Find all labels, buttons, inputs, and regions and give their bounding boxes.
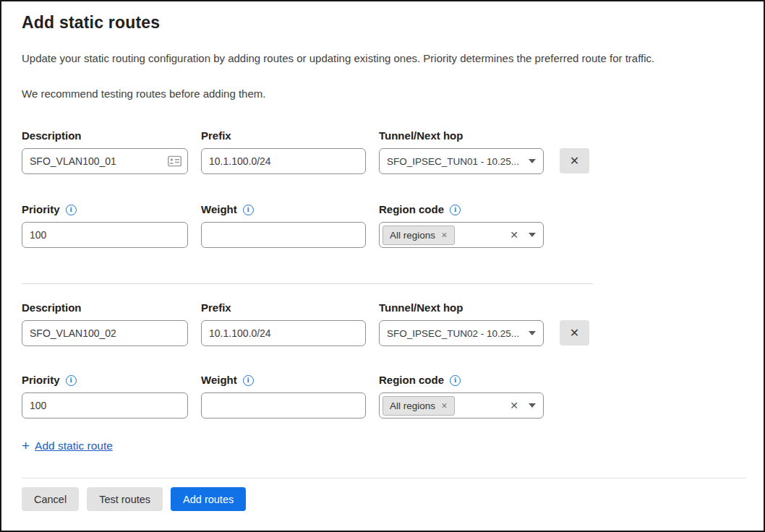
cancel-button[interactable]: Cancel	[22, 487, 79, 511]
region-code-label-text: Region code	[379, 202, 444, 217]
remove-chip-icon[interactable]: ✕	[441, 401, 448, 410]
description-label: Description	[22, 129, 188, 143]
add-static-route-link[interactable]: Add static route	[35, 439, 113, 452]
priority-label: Priority i	[22, 202, 188, 217]
weight-input[interactable]	[201, 222, 366, 248]
footer-actions: Cancel Test routes Add routes	[22, 487, 743, 511]
close-icon: ✕	[570, 326, 579, 340]
region-chip: All regions ✕	[382, 226, 455, 245]
chevron-down-icon	[529, 159, 536, 163]
region-code-select[interactable]: All regions ✕ ✕	[379, 392, 544, 419]
info-icon[interactable]: i	[450, 205, 461, 215]
remove-route-button[interactable]: ✕	[560, 148, 589, 173]
tunnel-selected-value: SFO_IPSEC_TUN02 - 10.25...	[387, 328, 523, 339]
region-code-label: Region code i	[379, 202, 544, 217]
close-icon: ✕	[570, 154, 579, 168]
region-chip-label: All regions	[390, 400, 435, 411]
remove-chip-icon[interactable]: ✕	[441, 231, 448, 239]
prefix-label: Prefix	[201, 301, 366, 315]
tunnel-next-hop-select[interactable]: SFO_IPSEC_TUN02 - 10.25...	[379, 320, 544, 346]
chevron-down-icon	[529, 403, 536, 408]
prefix-input[interactable]	[201, 320, 366, 346]
page-title: Add static routes	[22, 12, 743, 33]
info-icon[interactable]: i	[66, 205, 77, 215]
info-icon[interactable]: i	[243, 375, 254, 386]
chevron-down-icon	[529, 233, 536, 237]
prefix-label: Prefix	[201, 129, 366, 143]
weight-label: Weight i	[201, 202, 366, 217]
add-routes-button[interactable]: Add routes	[171, 487, 246, 511]
route-group-2: Description Prefix Tunnel/Next hop SFO_I…	[22, 301, 743, 419]
region-code-label: Region code i	[379, 373, 544, 387]
info-icon[interactable]: i	[66, 375, 77, 386]
remove-route-button[interactable]: ✕	[560, 320, 589, 346]
dialog-description: Update your static routing configuration…	[22, 51, 743, 66]
description-input[interactable]	[22, 148, 188, 174]
priority-label-text: Priority	[22, 373, 60, 387]
clear-selection-icon[interactable]: ✕	[508, 400, 520, 411]
tunnel-next-hop-select[interactable]: SFO_IPSEC_TUN01 - 10.25...	[379, 148, 544, 174]
route-group-1: Description Prefix	[22, 129, 743, 248]
add-static-routes-dialog: Add static routes Update your static rou…	[0, 0, 765, 532]
chevron-down-icon	[529, 331, 536, 335]
priority-input[interactable]	[22, 222, 188, 248]
contact-card-icon	[168, 156, 181, 167]
description-input[interactable]	[22, 320, 188, 346]
weight-label: Weight i	[201, 373, 366, 387]
info-icon[interactable]: i	[450, 375, 461, 386]
weight-input[interactable]	[201, 392, 366, 419]
tunnel-selected-value: SFO_IPSEC_TUN01 - 10.25...	[387, 156, 523, 167]
priority-input[interactable]	[22, 392, 188, 419]
plus-icon: +	[22, 439, 30, 452]
region-chip-label: All regions	[390, 230, 435, 241]
priority-label-text: Priority	[22, 202, 60, 217]
tunnel-next-hop-label: Tunnel/Next hop	[379, 301, 544, 315]
dialog-recommendation: We recommend testing routes before addin…	[22, 87, 743, 101]
clear-selection-icon[interactable]: ✕	[508, 229, 520, 241]
region-code-select[interactable]: All regions ✕ ✕	[379, 222, 544, 248]
prefix-input[interactable]	[201, 148, 366, 174]
footer-divider	[22, 478, 746, 479]
tunnel-next-hop-label: Tunnel/Next hop	[379, 129, 544, 143]
priority-label: Priority i	[22, 373, 188, 387]
test-routes-button[interactable]: Test routes	[87, 487, 163, 511]
weight-label-text: Weight	[201, 373, 237, 387]
description-label: Description	[22, 301, 188, 315]
region-chip: All regions ✕	[382, 396, 455, 416]
info-icon[interactable]: i	[243, 205, 254, 215]
weight-label-text: Weight	[201, 202, 237, 217]
section-divider	[22, 283, 593, 284]
region-code-label-text: Region code	[379, 373, 444, 387]
